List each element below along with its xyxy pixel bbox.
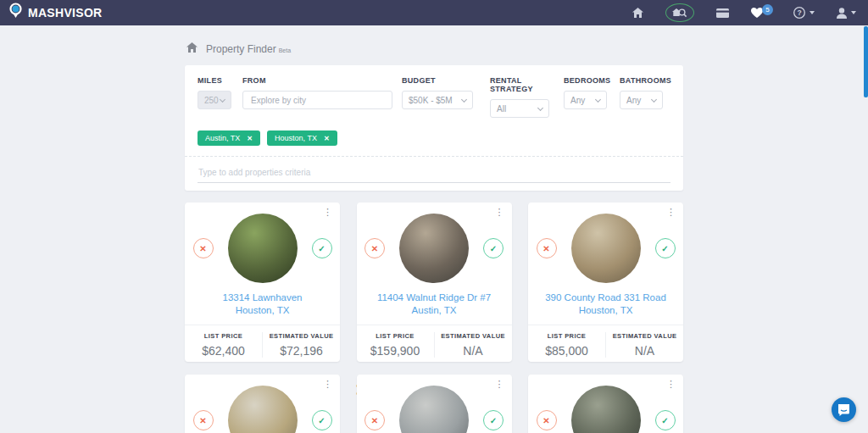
beta-badge: Beta <box>279 47 291 53</box>
accept-property-button[interactable]: ✓ <box>312 238 332 258</box>
card-options-kebab-icon[interactable]: ⋮ <box>323 208 332 217</box>
property-card: ⋮ ✕ ✓ 2708 Winbern StHouston, TX LIST PR… <box>528 375 683 433</box>
rental-strategy-select[interactable]: All <box>490 99 549 118</box>
favorites-heart-icon[interactable]: 5 <box>751 8 763 18</box>
accept-property-button[interactable]: ✓ <box>655 238 676 258</box>
breadcrumb: Property Finder Beta <box>186 41 683 56</box>
accept-property-button[interactable]: ✓ <box>312 410 332 430</box>
budget-select[interactable]: $50K - $5M <box>402 91 473 109</box>
property-card-grid: ⋮ ✕ ✓ 13314 LawnhavenHouston, TX LIST PR… <box>185 203 683 433</box>
property-photo[interactable] <box>399 214 469 283</box>
card-options-kebab-icon[interactable]: ⋮ <box>323 380 332 389</box>
property-photo[interactable] <box>228 386 298 433</box>
rental-strategy-label: RENTAL STRATEGY <box>490 76 549 93</box>
billing-card-icon[interactable] <box>716 8 729 18</box>
list-price-label: LIST PRICE <box>528 332 605 340</box>
list-price-label: LIST PRICE <box>185 332 262 340</box>
mashvisor-logo[interactable]: MASHVISOR <box>8 3 103 23</box>
bedrooms-label: BEDROOMS <box>564 76 607 85</box>
estimated-value-label: ESTIMATED VALUE <box>606 332 683 340</box>
selected-city-tags: Austin, TX✕ Houston, TX✕ <box>198 130 670 146</box>
top-navbar: MASHVISOR 5 ? <box>0 0 868 25</box>
help-menu[interactable]: ? <box>793 7 815 19</box>
svg-text:?: ? <box>797 8 801 17</box>
city-search-input[interactable] <box>242 91 392 109</box>
remove-tag-icon[interactable]: ✕ <box>247 135 253 142</box>
reject-property-button[interactable]: ✕ <box>364 410 385 430</box>
reject-property-button[interactable]: ✕ <box>537 238 557 258</box>
reject-property-button[interactable]: ✕ <box>364 238 385 258</box>
chevron-down-icon <box>651 96 657 102</box>
mashvisor-pin-icon <box>8 3 23 23</box>
list-price-value: $159,900 <box>357 344 434 358</box>
card-options-kebab-icon[interactable]: ⋮ <box>666 380 676 389</box>
property-card: ⋮ ✕ ✓ 13314 LawnhavenHouston, TX LIST PR… <box>185 203 340 362</box>
breadcrumb-home-icon[interactable] <box>186 41 198 56</box>
chevron-down-icon <box>220 96 225 102</box>
property-photo[interactable] <box>571 214 641 283</box>
card-options-kebab-icon[interactable]: ⋮ <box>495 208 504 217</box>
estimated-value: N/A <box>435 344 512 358</box>
accept-property-button[interactable]: ✓ <box>483 238 504 258</box>
chevron-down-icon <box>461 96 467 102</box>
property-card: ⋮ ✕ ✓ 390 County Road 331 RoadHouston, T… <box>528 203 683 362</box>
divider <box>185 156 683 157</box>
property-address-link[interactable]: 11404 Walnut Ridge Dr #7Austin, TX <box>377 292 491 315</box>
miles-select[interactable]: 250 <box>198 91 231 109</box>
card-options-kebab-icon[interactable]: ⋮ <box>495 380 504 389</box>
property-photo[interactable] <box>399 386 469 433</box>
chevron-down-icon <box>595 96 601 102</box>
home-icon[interactable] <box>632 8 643 18</box>
property-card: ⋮ ✕ ✓ 11404 Walnut Ridge Dr #7Austin, TX… <box>357 203 512 362</box>
chevron-down-icon <box>810 11 815 14</box>
from-label: FROM <box>242 76 392 85</box>
estimated-value-label: ESTIMATED VALUE <box>435 332 512 340</box>
remove-tag-icon[interactable]: ✕ <box>324 135 330 142</box>
reject-property-button[interactable]: ✕ <box>193 410 214 430</box>
miles-label: MILES <box>198 76 231 85</box>
estimated-value: N/A <box>606 344 683 358</box>
bedrooms-select[interactable]: Any <box>564 91 607 109</box>
card-options-kebab-icon[interactable]: ⋮ <box>666 208 676 217</box>
favorites-count-badge: 5 <box>762 4 773 15</box>
property-address-link[interactable]: 13314 LawnhavenHouston, TX <box>223 292 303 315</box>
chevron-down-icon <box>851 11 856 14</box>
property-photo[interactable] <box>228 214 298 283</box>
account-menu[interactable] <box>837 8 856 19</box>
list-price-value: $85,000 <box>528 344 605 358</box>
property-card: ⋮ ✕ ✓ 108 RyLeeAustin, TX LIST PRICE EST… <box>185 375 340 433</box>
chat-bubble-icon <box>837 403 850 416</box>
filter-panel: MILES 250 FROM BUDGET $50K - $5M RENTAL … <box>185 65 683 191</box>
page-title: Property Finder <box>206 43 276 55</box>
property-photo[interactable] <box>571 386 641 433</box>
chat-launcher-button[interactable] <box>832 397 856 422</box>
property-finder-icon[interactable] <box>665 3 694 22</box>
criteria-input[interactable] <box>198 163 670 183</box>
bathrooms-select[interactable]: Any <box>620 91 663 109</box>
page-scrollbar[interactable] <box>864 26 868 97</box>
city-tag[interactable]: Austin, TX✕ <box>198 130 260 146</box>
estimated-value: $72,196 <box>263 344 340 358</box>
accept-property-button[interactable]: ✓ <box>483 410 504 430</box>
accept-property-button[interactable]: ✓ <box>655 410 676 430</box>
property-address-link[interactable]: 390 County Road 331 RoadHouston, TX <box>545 292 666 315</box>
list-price-label: LIST PRICE <box>357 332 434 340</box>
chevron-down-icon <box>537 104 543 110</box>
budget-label: BUDGET <box>402 76 473 85</box>
bathrooms-label: BATHROOMS <box>620 76 663 85</box>
estimated-value-label: ESTIMATED VALUE <box>263 332 340 340</box>
reject-property-button[interactable]: ✕ <box>537 410 557 430</box>
city-tag[interactable]: Houston, TX✕ <box>267 130 337 146</box>
list-price-value: $62,400 <box>185 344 262 358</box>
brand-name: MASHVISOR <box>28 6 103 19</box>
reject-property-button[interactable]: ✕ <box>193 238 214 258</box>
property-card: ⋮ ✕ ✓ 7101 Siepel DRAustin, TX LIST PRIC… <box>357 375 512 433</box>
